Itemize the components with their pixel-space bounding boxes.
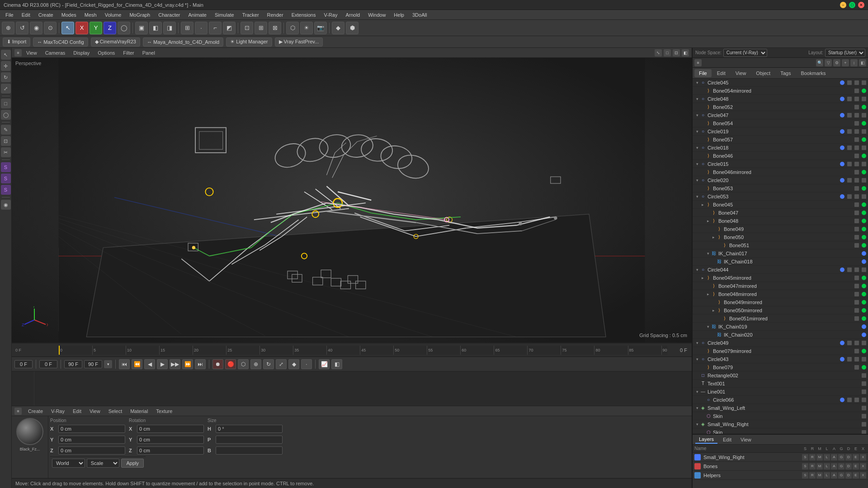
go-to-end-btn[interactable]: ⏭: [195, 359, 206, 369]
lt-S2[interactable]: S: [1, 185, 11, 195]
lt-circle-sel[interactable]: ◯: [1, 110, 11, 120]
expand-icon[interactable]: ▾: [694, 340, 700, 346]
expand-icon[interactable]: ▾: [694, 96, 700, 102]
layer-icon-s[interactable]: S: [802, 454, 808, 460]
object-item-41[interactable]: · ⬡ Skin: [693, 412, 868, 420]
y-input[interactable]: [58, 436, 125, 444]
layer-icon-a[interactable]: A: [831, 463, 837, 469]
expand-icon[interactable]: ▸: [705, 218, 711, 224]
expand-icon[interactable]: ·: [711, 259, 716, 264]
layer-icon-e[interactable]: E: [853, 472, 859, 479]
scale-dropdown[interactable]: Scale: [87, 459, 120, 468]
layer-icon-m[interactable]: M: [816, 472, 823, 479]
toolbar-misc2[interactable]: ⬢: [346, 22, 359, 34]
expand-icon[interactable]: ·: [700, 413, 705, 419]
ry-input[interactable]: [137, 436, 204, 444]
key-scale-btn[interactable]: ⤢: [276, 359, 287, 369]
expand-icon[interactable]: ·: [700, 153, 705, 159]
menu-3doall[interactable]: 3DoAll: [409, 11, 430, 19]
expand-icon[interactable]: ▾: [694, 145, 700, 150]
layer-icon-a[interactable]: A: [831, 472, 837, 479]
viewport-view-select[interactable]: ◧: [682, 49, 689, 56]
expand-icon[interactable]: ▸: [700, 275, 705, 281]
object-item-8[interactable]: ▾ ○ Circle018: [693, 144, 868, 152]
object-item-12[interactable]: ▾ ○ Circle020: [693, 176, 868, 184]
layer-icon-x[interactable]: X: [860, 454, 866, 460]
vp-menu-panel[interactable]: Panel: [139, 49, 159, 56]
apply-button[interactable]: Apply: [121, 459, 144, 468]
lt-move[interactable]: ✛: [1, 61, 11, 71]
layer-icon-l[interactable]: L: [824, 454, 830, 460]
expand-icon[interactable]: ▸: [711, 308, 716, 313]
om-tab-file[interactable]: File: [694, 69, 712, 77]
toolbar-worktop[interactable]: ⊠: [269, 22, 281, 34]
object-item-0[interactable]: ▾ ○ Circle045: [693, 79, 868, 87]
layer-icon-r[interactable]: R: [809, 454, 816, 460]
rx-input[interactable]: [137, 425, 204, 433]
object-item-3[interactable]: · ⟩ Bone052: [693, 103, 868, 111]
object-item-32[interactable]: ▾ ○ Circle049: [693, 339, 868, 347]
menu-character[interactable]: Character: [155, 11, 184, 19]
p-input[interactable]: [216, 436, 283, 444]
layer-row-1[interactable]: Bones SRMLAGDEX: [693, 462, 868, 471]
layer-icon-g[interactable]: G: [838, 454, 844, 460]
toolbar-camera[interactable]: 📷: [314, 22, 327, 34]
object-item-37[interactable]: · T Text001: [693, 380, 868, 388]
object-item-6[interactable]: ▾ ○ Circle019: [693, 127, 868, 136]
om-filter-icon[interactable]: ▽: [825, 59, 832, 66]
om-tab-bookmarks[interactable]: Bookmarks: [796, 69, 830, 77]
expand-icon[interactable]: ▸: [705, 291, 711, 297]
lt-pen[interactable]: ✎: [1, 125, 11, 135]
object-list[interactable]: ▾ ○ Circle045 · ⟩ Bone054mirrored ▾ ○ Ci…: [693, 79, 868, 434]
expand-icon[interactable]: ▾: [694, 194, 700, 199]
layer-icon-e[interactable]: E: [853, 454, 859, 460]
expand-icon[interactable]: ·: [711, 226, 716, 232]
key-rot-btn[interactable]: ↻: [263, 359, 274, 369]
object-item-15[interactable]: ▸ ⟩ Bone045: [693, 201, 868, 209]
menu-simulate[interactable]: Simulate: [211, 11, 238, 19]
expand-icon[interactable]: ·: [700, 104, 705, 110]
record-btn[interactable]: ⏺: [212, 359, 223, 369]
menu-modes[interactable]: Modes: [58, 11, 80, 19]
layers-tab-view[interactable]: View: [737, 436, 755, 443]
menu-extensions[interactable]: Extensions: [288, 11, 320, 19]
viewport-resize[interactable]: ⤡: [655, 49, 662, 56]
layer-icon-d[interactable]: D: [845, 472, 852, 479]
menu-window[interactable]: Window: [364, 11, 389, 19]
expand-icon[interactable]: ·: [711, 300, 716, 305]
object-item-27[interactable]: · ⟩ Bone049mirrored: [693, 298, 868, 306]
motion-clip-btn[interactable]: ◧: [331, 359, 342, 369]
object-item-17[interactable]: ▸ ⟩ Bone048: [693, 217, 868, 225]
maya-arnold-button[interactable]: ↔ Maya_Arnold_to_C4D_Arnold: [143, 38, 223, 47]
end-frame-input[interactable]: [64, 360, 82, 368]
object-item-34[interactable]: ▾ ○ Circle043: [693, 355, 868, 363]
toolbar-btn-x[interactable]: X: [75, 22, 88, 34]
expand-icon[interactable]: ▾: [694, 267, 700, 272]
layout-select[interactable]: Startup (User): [825, 49, 865, 57]
object-item-10[interactable]: ▾ ○ Circle015: [693, 160, 868, 168]
layer-row-2[interactable]: Helpers SRMLAGDEX: [693, 471, 868, 480]
expand-icon[interactable]: ▾: [694, 161, 700, 167]
lt-knife[interactable]: ✂: [1, 147, 11, 157]
expand-icon[interactable]: ·: [700, 397, 705, 403]
object-item-5[interactable]: · ⟩ Bone054: [693, 119, 868, 127]
expand-icon[interactable]: ▸: [711, 235, 716, 240]
layer-icon-m[interactable]: M: [816, 463, 823, 469]
viewport-maximize[interactable]: □: [664, 49, 671, 56]
current-frame-input[interactable]: [14, 360, 33, 368]
vray-fast-preview-button[interactable]: ▶ Vray FastPrev...: [275, 38, 323, 47]
layers-tab-layers[interactable]: Layers: [695, 436, 717, 444]
go-to-start-btn[interactable]: ⏮: [119, 359, 130, 369]
start-frame-input[interactable]: [39, 360, 57, 368]
expand-icon[interactable]: ·: [700, 365, 705, 370]
layer-icon-x[interactable]: X: [860, 472, 866, 479]
object-item-24[interactable]: ▸ ⟩ Bone045mirrored: [693, 274, 868, 282]
layer-icon-a[interactable]: A: [831, 454, 837, 460]
layer-icon-e[interactable]: E: [853, 463, 859, 469]
object-item-18[interactable]: · ⟩ Bone049: [693, 225, 868, 233]
object-item-30[interactable]: ▾ ⛓ IK_Chain019: [693, 323, 868, 331]
auto-key-btn[interactable]: 🔴: [225, 359, 236, 369]
expand-icon[interactable]: ·: [700, 186, 705, 191]
toolbar-btn-y[interactable]: Y: [90, 22, 102, 34]
object-item-43[interactable]: · ⬡ Skin: [693, 428, 868, 434]
